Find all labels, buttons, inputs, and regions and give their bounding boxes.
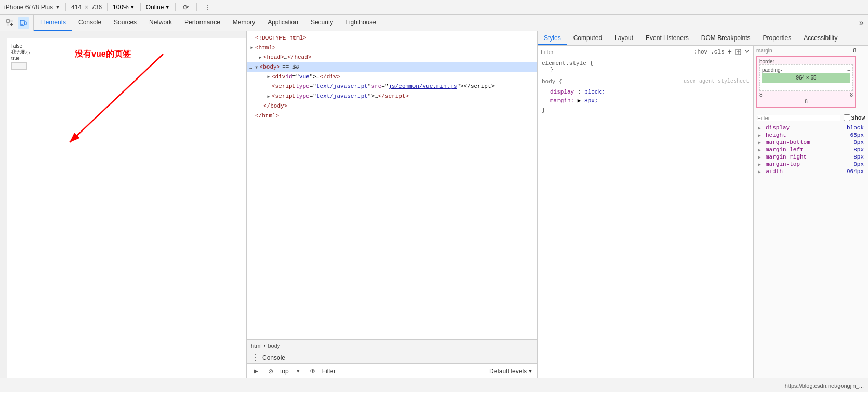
annotation-arrow bbox=[7, 38, 246, 378]
dom-line-html-close[interactable]: </html> bbox=[247, 111, 537, 121]
dom-attr-id-val: vue bbox=[299, 72, 310, 82]
computed-row-display[interactable]: ▶ display block bbox=[754, 124, 868, 132]
dom-eq1: =" bbox=[310, 82, 316, 91]
breadcrumb-sep: › bbox=[264, 343, 266, 349]
tab-layout[interactable]: Layout bbox=[608, 31, 639, 45]
hov-button[interactable]: :hov bbox=[694, 49, 707, 55]
box-lr-row: 8 8 bbox=[759, 92, 853, 98]
box-border-dash: – bbox=[850, 59, 853, 64]
tab-network[interactable]: Network bbox=[143, 15, 178, 31]
dom-tag-head: <head> bbox=[263, 52, 284, 62]
dom-line-body[interactable]: … ▼ <body> == $0 bbox=[247, 62, 537, 72]
tab-lighthouse[interactable]: Lighthouse bbox=[339, 15, 382, 31]
box-val-left: 8 bbox=[759, 92, 763, 98]
reset-icon[interactable]: ⟳ bbox=[181, 2, 191, 12]
network-chevron-icon[interactable]: ▼ bbox=[165, 4, 170, 10]
more-options-icon[interactable]: ⋮ bbox=[202, 2, 212, 12]
tab-computed[interactable]: Computed bbox=[567, 31, 608, 45]
tab-styles[interactable]: Styles bbox=[538, 31, 567, 45]
nav-more-button[interactable]: » bbox=[855, 18, 868, 28]
console-level-select[interactable]: Default levels ▼ bbox=[489, 367, 533, 375]
dom-attr-src: src bbox=[371, 82, 381, 91]
dom-line-script-vue[interactable]: <script type =" text/javascript " src ="… bbox=[247, 82, 537, 91]
dom-panel: <!DOCTYPE html> ▶ <html> ▶ <head> … </he… bbox=[247, 31, 538, 378]
filter-input[interactable] bbox=[541, 49, 691, 55]
device-selector[interactable]: iPhone 6/7/8 Plus ▼ bbox=[4, 4, 60, 11]
tab-properties[interactable]: Properties bbox=[757, 31, 798, 45]
tab-sources[interactable]: Sources bbox=[108, 15, 143, 31]
computed-row-margin-top[interactable]: ▶ margin-top 8px bbox=[754, 161, 868, 168]
dom-attr-type1-val: text/javascript bbox=[316, 82, 368, 91]
inspect-element-icon[interactable] bbox=[4, 17, 16, 29]
box-border-label: border bbox=[759, 59, 774, 64]
computed-row-margin-right[interactable]: ▶ margin-right 8px bbox=[754, 153, 868, 161]
computed-row-margin-bottom[interactable]: ▶ margin-bottom 8px bbox=[754, 139, 868, 146]
bottom-url: https://blog.csdn.net/gongjin_... bbox=[785, 383, 864, 389]
console-top-chevron[interactable]: ▼ bbox=[293, 366, 303, 376]
dom-ellipsis: … bbox=[316, 72, 320, 82]
show-all-check[interactable] bbox=[844, 114, 850, 121]
show-all-checkbox[interactable]: Show bbox=[844, 114, 865, 121]
dom-ellipsis2: … bbox=[375, 91, 378, 101]
new-style-icon[interactable] bbox=[735, 49, 741, 55]
tab-elements[interactable]: Elements bbox=[34, 15, 72, 31]
network-select[interactable]: Online ▼ bbox=[146, 4, 170, 11]
computed-tri-mb[interactable]: ▶ bbox=[758, 140, 764, 145]
computed-row-margin-left[interactable]: ▶ margin-left 8px bbox=[754, 146, 868, 153]
comp-val-mr: 8px bbox=[853, 154, 864, 160]
tab-dom-breakpoints[interactable]: DOM Breakpoints bbox=[695, 31, 757, 45]
console-block-icon[interactable]: ⊘ bbox=[265, 366, 276, 376]
dom-breadcrumb: html › body bbox=[247, 339, 537, 351]
device-toolbar-icon[interactable] bbox=[18, 17, 29, 29]
dom-tag-div-close: </div> bbox=[319, 72, 340, 82]
console-dots-icon[interactable]: ⋮ bbox=[251, 352, 259, 362]
dom-line-html[interactable]: ▶ <html> bbox=[247, 43, 537, 53]
tab-performance[interactable]: Performance bbox=[178, 15, 226, 31]
computed-tri-height[interactable]: ▶ bbox=[758, 133, 764, 138]
chevron-down-icon[interactable]: ▼ bbox=[55, 4, 60, 10]
tab-console[interactable]: Console bbox=[72, 15, 108, 31]
dom-line-head[interactable]: ▶ <head> … </head> bbox=[247, 52, 537, 62]
tab-application[interactable]: Application bbox=[261, 15, 304, 31]
console-eye-icon[interactable]: 👁 bbox=[308, 366, 318, 376]
tab-event-listeners[interactable]: Event Listeners bbox=[639, 31, 695, 45]
styles-content: :hov .cls + bbox=[538, 46, 868, 378]
dom-triangle-script2[interactable]: ▶ bbox=[265, 93, 272, 100]
dom-triangle-head[interactable]: ▶ bbox=[257, 54, 263, 61]
box-val-right: 8 bbox=[850, 92, 853, 98]
computed-tri-ml[interactable]: ▶ bbox=[758, 148, 764, 152]
dom-triangle-html[interactable]: ▶ bbox=[249, 44, 255, 51]
zoom-select[interactable]: 100% ▼ bbox=[113, 4, 135, 11]
zoom-chevron-icon[interactable]: ▼ bbox=[130, 4, 135, 10]
body-props: display : block; margin: ▶ 8px; bbox=[542, 88, 749, 106]
breadcrumb-html[interactable]: html bbox=[251, 343, 262, 349]
computed-row-width[interactable]: ▶ width 964px bbox=[754, 168, 868, 175]
dom-line-body-close[interactable]: </body> bbox=[247, 101, 537, 111]
dom-triangle-body[interactable]: ▼ bbox=[253, 64, 260, 71]
dom-line-doctype[interactable]: <!DOCTYPE html> bbox=[247, 33, 537, 43]
cls-button[interactable]: .cls bbox=[711, 49, 724, 55]
computed-tri-mr[interactable]: ▶ bbox=[758, 155, 764, 160]
tab-memory[interactable]: Memory bbox=[226, 15, 261, 31]
computed-tri-mt[interactable]: ▶ bbox=[758, 162, 764, 167]
dom-line-div-vue[interactable]: ▶ <div id =" vue "> … </div> bbox=[247, 72, 537, 82]
computed-tri-display[interactable]: ▶ bbox=[758, 126, 764, 130]
breadcrumb-body[interactable]: body bbox=[268, 343, 280, 349]
zoom-value: 100% bbox=[113, 4, 129, 11]
tab-accessibility[interactable]: Accessibility bbox=[797, 31, 844, 45]
computed-tri-width[interactable]: ▶ bbox=[758, 169, 764, 174]
dom-ellipsis-head: … bbox=[284, 52, 288, 62]
dom-tree: <!DOCTYPE html> ▶ <html> ▶ <head> … </he… bbox=[247, 31, 537, 339]
computed-filter-input[interactable] bbox=[757, 115, 840, 121]
expand-icon[interactable] bbox=[744, 49, 750, 55]
console-run-icon[interactable]: ▶ bbox=[251, 366, 261, 376]
dom-line-script-inline[interactable]: ▶ <script type =" text/javascript "> … <… bbox=[247, 91, 537, 101]
computed-row-height[interactable]: ▶ height 65px bbox=[754, 132, 868, 139]
dom-triangle-div[interactable]: ▶ bbox=[265, 73, 272, 81]
device-name: iPhone 6/7/8 Plus bbox=[4, 4, 53, 11]
box-padding-label: padding- bbox=[762, 67, 782, 73]
add-rule-button[interactable]: + bbox=[728, 48, 732, 56]
dom-triangle-empty3 bbox=[249, 112, 255, 120]
tab-security[interactable]: Security bbox=[304, 15, 339, 31]
console-filter-input[interactable]: Filter bbox=[322, 367, 485, 375]
